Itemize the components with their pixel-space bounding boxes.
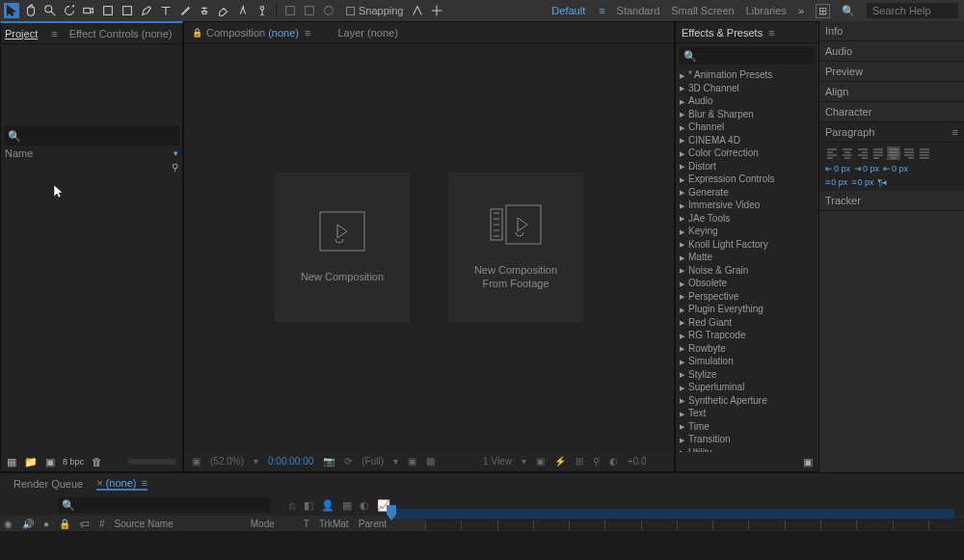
text-direction[interactable]: ¶◂	[878, 177, 888, 187]
search-help-input[interactable]	[867, 3, 958, 18]
workspace-small-screen[interactable]: Small Screen	[671, 5, 734, 16]
effects-category[interactable]: ▶Stylize	[676, 368, 818, 382]
panel-menu-icon[interactable]: ≡	[952, 126, 958, 138]
effects-category[interactable]: ▶Time	[676, 420, 818, 434]
exposure-reset-icon[interactable]: ◐	[609, 456, 618, 467]
brush-tool[interactable]	[177, 3, 193, 18]
tool-opt-1[interactable]	[282, 3, 298, 18]
clone-stamp-tool[interactable]	[197, 3, 212, 18]
effects-category[interactable]: ▶Superluminal	[676, 381, 818, 394]
workspace-default[interactable]: Default	[551, 5, 585, 16]
space-before[interactable]: ≡0 px	[825, 177, 847, 187]
panel-paragraph[interactable]: Paragraph ≡	[819, 122, 964, 143]
panel-menu-icon[interactable]: ≡	[51, 28, 57, 40]
panel-menu-icon[interactable]: ≡	[305, 27, 310, 39]
align-center-button[interactable]	[841, 147, 854, 160]
effects-category[interactable]: ▶Knoll Light Factory	[676, 238, 818, 252]
effects-category[interactable]: ▶Simulation	[676, 355, 818, 368]
motion-blur-icon[interactable]: ◐	[360, 499, 369, 512]
draft-3d-icon[interactable]: ◧	[304, 499, 313, 512]
video-toggle-icon[interactable]: ◉	[4, 519, 13, 529]
effects-category[interactable]: ▶* Animation Presets	[676, 68, 818, 82]
snapping-checkbox[interactable]	[346, 7, 355, 15]
rectangle-tool[interactable]	[120, 3, 135, 18]
effects-category[interactable]: ▶Color Correction	[676, 147, 818, 160]
zoom-level[interactable]: (52.0%)	[210, 456, 244, 467]
flowchart-icon[interactable]: ⚲	[593, 456, 600, 467]
audio-toggle-icon[interactable]: 🔊	[22, 519, 34, 529]
justify-last-left-button[interactable]	[871, 147, 885, 160]
project-bin[interactable]	[1, 174, 182, 452]
shy-icon[interactable]: 👤	[321, 499, 335, 512]
workspace-menu-icon[interactable]: ⊞	[816, 4, 830, 18]
selection-tool[interactable]	[4, 3, 19, 18]
effects-category[interactable]: ▶Perspective	[676, 290, 818, 304]
col-mode[interactable]: Mode	[251, 519, 275, 529]
tab-project[interactable]: Project	[5, 28, 38, 40]
effects-category[interactable]: ▶Distort	[676, 160, 818, 173]
justify-last-right-button[interactable]	[902, 147, 916, 160]
panel-menu-icon[interactable]: ≡	[768, 27, 774, 39]
pen-tool[interactable]	[139, 3, 154, 18]
snapshot-icon[interactable]: 📷	[323, 456, 335, 467]
indent-left-margin[interactable]: ⇤0 px	[825, 164, 850, 173]
timecode-display[interactable]: 0:00:00:00	[268, 456, 313, 467]
effects-category[interactable]: ▶Channel	[676, 120, 818, 134]
effects-category[interactable]: ▶Blur & Sharpen	[676, 108, 818, 121]
new-composition-from-footage-button[interactable]: New CompositionFrom Footage	[448, 173, 583, 322]
indent-first-line[interactable]: ⇥0 px	[854, 164, 879, 173]
effects-category[interactable]: ▶Red Giant	[676, 316, 818, 330]
resolution-dropdown[interactable]: ▾	[254, 456, 258, 467]
new-bin-icon[interactable]: ▣	[803, 456, 813, 468]
comp-mini-flowchart-icon[interactable]: ⎌	[289, 499, 296, 512]
effects-category[interactable]: ▶RG Trapcode	[676, 329, 818, 342]
view-layout-dropdown[interactable]: 1 View	[483, 456, 512, 467]
tab-render-queue[interactable]: Render Queue	[13, 478, 83, 490]
bpc-toggle[interactable]: 8 bpc	[63, 457, 84, 467]
mask-toggle-icon[interactable]: ▣	[192, 456, 201, 467]
viewer-lock-icon[interactable]: 🔒	[192, 28, 202, 38]
rotation-tool[interactable]	[62, 3, 77, 18]
zoom-tool[interactable]	[42, 3, 58, 18]
effects-category[interactable]: ▶Plugin Everything	[676, 303, 818, 316]
snap-opt-2[interactable]	[429, 3, 444, 18]
effects-category[interactable]: ▶Generate	[676, 186, 818, 200]
effects-category[interactable]: ▶Transition	[676, 433, 818, 446]
workspace-libraries[interactable]: Libraries	[746, 5, 787, 16]
pan-behind-tool[interactable]	[100, 3, 116, 18]
interpret-footage-icon[interactable]: ▦	[7, 456, 16, 468]
flowchart-icon[interactable]: ⚲	[172, 162, 178, 173]
tab-effect-controls[interactable]: Effect Controls (none)	[69, 28, 173, 40]
effects-category[interactable]: ▶Rowbyte	[676, 342, 818, 356]
align-right-button[interactable]	[856, 147, 870, 160]
panel-tracker[interactable]: Tracker	[819, 191, 964, 211]
solo-toggle-icon[interactable]: ●	[43, 519, 49, 529]
tab-layer[interactable]: Layer (none)	[337, 27, 397, 39]
new-comp-icon[interactable]: ▣	[45, 456, 55, 468]
camera-tool[interactable]	[81, 3, 96, 18]
effects-category[interactable]: ▶Obsolete	[676, 277, 818, 290]
type-tool[interactable]	[158, 3, 174, 18]
col-trkmat[interactable]: TrkMat	[319, 519, 349, 529]
pixel-aspect-icon[interactable]: ▣	[536, 456, 545, 467]
timeline-layers-area[interactable]	[0, 531, 964, 560]
roi-icon[interactable]: ▣	[408, 456, 416, 467]
effects-category[interactable]: ▶Keying	[676, 225, 818, 238]
chevrons-right-icon[interactable]: »	[798, 5, 804, 16]
col-parent[interactable]: Parent	[359, 519, 387, 529]
timeline-icon[interactable]: ⊞	[576, 456, 583, 467]
panel-align[interactable]: Align	[819, 82, 964, 102]
eraser-tool[interactable]	[216, 3, 231, 18]
fast-preview-icon[interactable]: ⚡	[554, 456, 566, 467]
snap-opt-1[interactable]	[410, 3, 425, 18]
space-after[interactable]: ≡0 px	[851, 177, 873, 187]
puppet-pin-tool[interactable]	[254, 3, 270, 18]
new-composition-button[interactable]: New Composition	[275, 173, 410, 322]
effects-category[interactable]: ▶3D Channel	[676, 82, 818, 95]
hand-tool[interactable]	[23, 3, 39, 18]
roto-brush-tool[interactable]	[235, 3, 251, 18]
tool-opt-2[interactable]	[302, 3, 317, 18]
timeline-search[interactable]: 🔍	[58, 497, 270, 513]
label-column-icon[interactable]: 🏷	[80, 519, 90, 529]
trash-icon[interactable]: 🗑	[92, 456, 102, 467]
